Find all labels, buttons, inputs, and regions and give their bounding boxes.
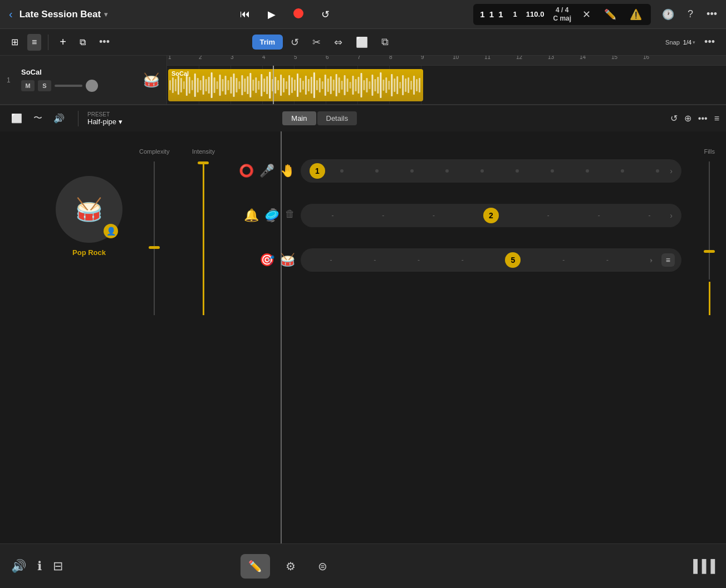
metronome-button[interactable]: ✕ [580,6,593,23]
more-panel-button[interactable]: ••• [698,114,708,124]
pencil-active-button[interactable]: ✏️ [241,554,270,579]
grid-view-button[interactable]: ⊞ [7,33,23,51]
panel-toggle-button[interactable]: ⊟ [53,559,63,574]
trim-tool-button[interactable]: Trim [252,35,283,50]
pencil-tool-button[interactable]: ✏️ [602,6,619,23]
svg-rect-31 [255,77,257,93]
tab-main[interactable]: Main [282,111,316,125]
split-tool-button[interactable]: ✂ [307,33,326,52]
hand-icon[interactable]: 🤚 [280,164,295,178]
timeline-ruler: 1 2 3 4 5 6 7 8 9 10 11 12 13 14 15 16 [167,56,726,66]
ruler-mark-9: 9 [421,56,424,60]
beat-sequence-3[interactable]: - - - - 5 - - - › ≡ [301,248,681,272]
select-tool-button[interactable]: ⬜ [350,33,374,52]
microphone-icon[interactable]: 🎤 [259,164,274,178]
toolbar-divider [48,35,48,50]
drummer-circle[interactable]: 🥁 👤 [56,176,122,243]
stretch-tool-button[interactable]: ⇔ [328,33,348,52]
tambourine-icon[interactable]: 🎯 [259,253,274,267]
mute-button[interactable]: M [21,80,35,91]
percussion-circle-icon[interactable]: ⭕ [239,164,254,178]
complexity-slider-track[interactable] [154,161,155,315]
keyboard-button[interactable]: ▐▐▐ [689,559,715,574]
intensity-slider-thumb[interactable] [198,161,209,164]
pan-knob[interactable] [86,80,98,92]
fills-slider-track[interactable] [709,161,710,280]
svg-rect-24 [236,78,237,92]
beat-sequence-2[interactable]: - - - 2 - - - › [301,204,681,227]
svg-rect-23 [233,74,234,97]
help-button[interactable]: ? [685,6,695,22]
copy-tool-button[interactable]: ⧉ [376,33,394,51]
svg-rect-56 [325,75,326,96]
more-options-button[interactable]: ••• [704,6,719,22]
piano-view-button[interactable]: 〜 [29,110,47,126]
track-area: 1 SoCal M S 🥁 1 2 3 4 5 6 7 8 9 [0,56,726,105]
project-title: Late Session Beat ▾ [19,9,107,20]
reload-button[interactable]: ↺ [670,113,678,124]
duplicate-button[interactable]: ⧉ [75,35,90,50]
ruler-mark-5: 5 [294,56,297,60]
svg-rect-54 [319,78,321,92]
timeline-area: 1 2 3 4 5 6 7 8 9 10 11 12 13 14 15 16 [167,56,726,104]
beat-row-1-icons: ⭕ 🎤 🤚 [234,164,295,178]
volume-slider[interactable] [55,85,82,87]
snare-drum-icon[interactable]: 🥁 [280,253,295,267]
fills-control: Fills [704,148,715,315]
beat-maker-area: Complexity Intensity 🥁 👤 Pop Rock ⭕ 🎤 🤚 … [0,131,726,543]
project-chevron-icon[interactable]: ▾ [104,11,107,18]
tempo-display: 110.0 [526,10,544,18]
svg-rect-80 [391,74,393,96]
add-track-button[interactable]: + [55,33,71,51]
header-right: 🕐 ? ••• [660,6,719,23]
hihat-icon[interactable]: 🥏 [264,208,279,223]
list-view-button[interactable]: ≡ [27,34,41,51]
volume-view-button[interactable]: 🔊 [49,110,69,126]
solo-button[interactable]: S [38,80,51,91]
loop-button[interactable]: ↺ [317,6,334,23]
eq-button[interactable]: ⊜ [311,555,334,577]
svg-rect-82 [396,76,398,94]
back-button[interactable]: ‹ [7,6,15,23]
project-name-text: Late Session Beat [19,9,101,20]
svg-rect-43 [288,75,290,95]
record-button[interactable] [289,6,308,22]
intensity-label: Intensity [192,148,215,155]
beat-dot [586,169,589,173]
tab-details[interactable]: Details [317,111,357,125]
clock-button[interactable]: 🕐 [660,6,676,23]
track-clip-socal[interactable]: SoCal [168,69,423,101]
settings-button[interactable]: ⊕ [684,113,691,124]
svg-rect-71 [366,78,367,92]
complexity-slider-thumb[interactable] [149,246,160,249]
trash-icon[interactable]: 🗑 [285,208,295,223]
ruler-mark-8: 8 [389,56,393,60]
fills-slider-thumb[interactable] [704,250,715,253]
warning-button[interactable]: ⚠️ [627,6,644,23]
play-button[interactable]: ▶ [263,6,280,23]
cymbal-icon[interactable]: 🔔 [244,208,259,223]
sun-button[interactable]: ⚙ [279,555,302,577]
sound-library-button[interactable]: 🔊 [11,559,26,574]
ruler-mark-10: 10 [453,56,459,60]
svg-rect-36 [269,72,271,99]
waveform-view-button[interactable]: ⬜ [7,110,27,126]
beat-row-2: 🔔 🥏 🗑 - - - 2 - - - › [234,204,681,227]
lines-button[interactable]: ≡ [714,114,719,124]
track-more-button[interactable]: ••• [95,34,114,50]
svg-rect-35 [266,76,268,94]
loop-tool-button[interactable]: ↺ [285,33,305,52]
ruler-mark-4: 4 [262,56,266,60]
drummer-user-badge: 👤 [104,224,118,238]
preset-name-text[interactable]: Half-pipe ▾ [87,117,122,126]
beat-list-button[interactable]: ≡ [661,253,675,267]
svg-rect-17 [217,81,218,89]
beat-sequence-1[interactable]: 1 › [301,159,681,183]
info-button[interactable]: ℹ [37,559,42,574]
intensity-control: Intensity [192,148,215,315]
complexity-control: Complexity [139,148,169,315]
rewind-button[interactable]: ⏮ [236,6,254,22]
beat-dots-1 [312,169,670,173]
toolbar-more-button[interactable]: ••• [700,34,719,50]
intensity-slider-track[interactable] [203,161,204,315]
